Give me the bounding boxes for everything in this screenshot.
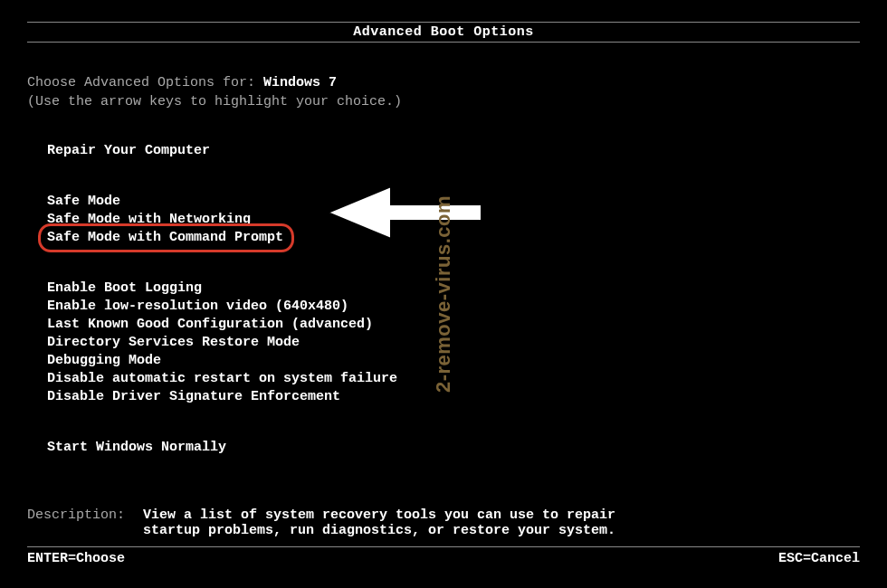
footer-enter: ENTER=Choose [27,551,125,566]
boot-menu[interactable]: Repair Your Computer Safe Mode Safe Mode… [27,142,860,457]
menu-item-debugging[interactable]: Debugging Mode [47,352,860,370]
hint-line: (Use the arrow keys to highlight your ch… [27,94,860,109]
menu-item-safe-mode-cmd-label: Safe Mode with Command Prompt [47,230,283,245]
footer-bar: ENTER=Choose ESC=Cancel [27,546,860,566]
boot-screen: Advanced Boot Options Choose Advanced Op… [0,0,887,588]
choose-prefix: Choose Advanced Options for: [27,75,263,90]
description-label: Description: [27,507,143,523]
menu-item-repair[interactable]: Repair Your Computer [47,142,860,160]
menu-item-safe-mode-cmd[interactable]: Safe Mode with Command Prompt [47,229,860,247]
menu-item-safe-mode[interactable]: Safe Mode [47,193,860,211]
menu-item-last-known-good[interactable]: Last Known Good Configuration (advanced) [47,316,860,334]
description-block: Description:View a list of system recove… [27,507,860,538]
menu-item-disable-driver-sig[interactable]: Disable Driver Signature Enforcement [47,388,860,406]
menu-item-disable-auto-restart[interactable]: Disable automatic restart on system fail… [47,370,860,388]
menu-item-safe-mode-networking[interactable]: Safe Mode with Networking [47,211,860,229]
title-bar: Advanced Boot Options [27,22,860,43]
footer-esc: ESC=Cancel [778,551,860,566]
choose-line: Choose Advanced Options for: Windows 7 [27,75,860,90]
description-line1: View a list of system recovery tools you… [143,507,632,523]
menu-item-boot-logging[interactable]: Enable Boot Logging [47,280,860,298]
menu-item-start-normally[interactable]: Start Windows Normally [47,439,860,457]
os-name: Windows 7 [263,75,337,90]
title-text: Advanced Boot Options [353,24,534,40]
menu-item-low-res[interactable]: Enable low-resolution video (640x480) [47,298,860,316]
menu-item-ds-restore[interactable]: Directory Services Restore Mode [47,334,860,352]
description-line2: startup problems, run diagnostics, or re… [143,523,860,538]
